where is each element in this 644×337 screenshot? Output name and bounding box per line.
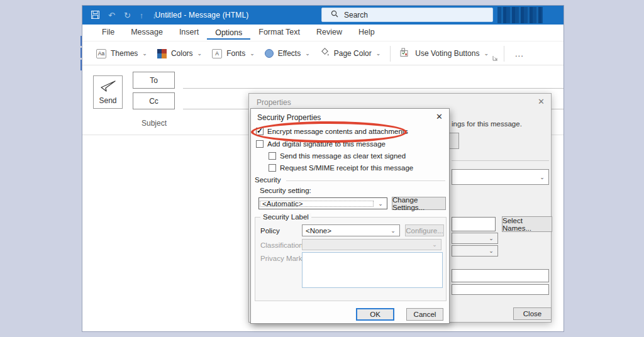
security-section-heading: Security <box>255 176 281 184</box>
fonts-button[interactable]: A Fonts ⌄ <box>207 46 260 62</box>
chevron-down-icon: ⌄ <box>305 51 310 57</box>
subject-label: Subject <box>142 119 167 128</box>
security-setting-combo[interactable]: <Automatic> ⌄ <box>258 197 387 209</box>
tab-help[interactable]: Help <box>350 25 383 40</box>
smime-receipt-checkbox[interactable] <box>269 164 276 172</box>
search-input[interactable]: Search <box>321 8 493 22</box>
more-commands-button[interactable]: ... <box>509 49 530 58</box>
ribbon: Aa Themes ⌄ Colors ⌄ A Fonts ⌄ Effects ⌄ <box>82 42 564 65</box>
security-settings-text: ings for this message. <box>452 120 522 128</box>
security-dialog-title: Security Properties <box>257 113 321 122</box>
security-label-heading: Security Label <box>260 213 311 221</box>
tab-message[interactable]: Message <box>123 25 171 40</box>
titlebar-controls-area <box>497 7 543 23</box>
fonts-label: Fonts <box>226 49 245 58</box>
title-bar: ↶ ↻ ↑ ↓ ⌄ Untitled - Message (HTML) Sear… <box>82 6 564 25</box>
page-color-button[interactable]: Page Color ⌄ <box>315 45 386 62</box>
properties-combo-1[interactable]: ⌄ <box>452 233 498 244</box>
chevron-down-icon: ⌄ <box>142 51 147 57</box>
send-label: Send <box>99 96 116 105</box>
search-placeholder: Search <box>344 11 368 19</box>
chevron-down-icon: ⌄ <box>376 51 381 57</box>
effects-label: Effects <box>278 49 301 58</box>
page-color-label: Page Color <box>334 49 372 58</box>
ribbon-separator <box>390 46 391 62</box>
clear-text-checkbox-row: Send this message as clear text signed <box>269 152 406 160</box>
properties-dialog-title: Properties <box>257 98 291 107</box>
chevron-down-icon: ⌄ <box>485 235 497 241</box>
smime-receipt-checkbox-row: Request S/MIME receipt for this message <box>269 164 413 172</box>
send-icon <box>100 80 116 94</box>
cc-button[interactable]: Cc <box>133 92 175 109</box>
security-settings-button-partial[interactable] <box>449 133 459 149</box>
change-settings-button[interactable]: Change Settings... <box>392 197 446 210</box>
contacts-field[interactable] <box>452 217 496 231</box>
clear-text-checkbox[interactable] <box>269 152 276 160</box>
security-properties-dialog: Security Properties ✕ ✓ Encrypt message … <box>250 108 450 324</box>
send-button[interactable]: Send <box>93 75 123 109</box>
select-names-button[interactable]: Select Names... <box>502 216 552 232</box>
colors-icon <box>157 49 167 58</box>
ribbon-tab-bar: File Message Insert Options Format Text … <box>82 25 564 41</box>
fonts-icon: A <box>212 49 222 58</box>
chevron-down-icon: ⌄ <box>536 174 548 180</box>
security-section-rule <box>286 180 445 181</box>
properties-separator <box>452 160 549 161</box>
privacy-mark-label: Privacy Mark: <box>260 255 304 262</box>
tab-review[interactable]: Review <box>308 25 350 40</box>
policy-value: <None> <box>303 227 387 235</box>
voting-buttons-icon <box>400 48 411 59</box>
tab-format-text[interactable]: Format Text <box>250 25 308 40</box>
effects-icon <box>265 49 274 58</box>
policy-combo[interactable]: <None> ⌄ <box>302 224 400 236</box>
use-voting-buttons-button[interactable]: Use Voting Buttons ⌄ <box>395 45 494 62</box>
highlight-ellipse <box>251 121 407 143</box>
colors-button[interactable]: Colors ⌄ <box>152 46 207 62</box>
properties-close-icon[interactable]: ✕ <box>538 97 545 106</box>
chevron-down-icon: ⌄ <box>387 228 399 234</box>
window-title: Untitled - Message (HTML) <box>82 11 321 19</box>
dialog-launcher-icon[interactable] <box>492 52 498 64</box>
security-setting-label: Security setting: <box>260 187 311 194</box>
tab-insert[interactable]: Insert <box>171 25 207 40</box>
security-label-group: Security Label Policy <None> ⌄ Configure… <box>255 217 447 301</box>
voting-label: Use Voting Buttons <box>415 49 479 58</box>
themes-button[interactable]: Aa Themes ⌄ <box>91 46 152 62</box>
themes-icon: Aa <box>96 49 106 58</box>
themes-label: Themes <box>111 49 138 58</box>
security-close-icon[interactable]: ✕ <box>436 112 443 121</box>
security-setting-value: <Automatic> <box>259 200 374 207</box>
to-field[interactable] <box>183 88 564 89</box>
chevron-down-icon: ⌄ <box>197 51 203 57</box>
effects-button[interactable]: Effects ⌄ <box>260 46 315 61</box>
ribbon-separator <box>504 46 504 62</box>
properties-text-field-2[interactable] <box>452 284 549 295</box>
clear-text-label: Send this message as clear text signed <box>280 152 406 160</box>
chevron-down-icon: ⌄ <box>374 201 387 207</box>
search-icon <box>331 10 338 19</box>
close-button[interactable]: Close <box>513 307 552 320</box>
ok-button[interactable]: OK <box>356 308 394 321</box>
colors-label: Colors <box>171 49 193 58</box>
chevron-down-icon: ⌄ <box>484 51 489 57</box>
page-background: ↶ ↻ ↑ ↓ ⌄ Untitled - Message (HTML) Sear… <box>0 0 644 337</box>
properties-text-field-1[interactable] <box>452 269 549 282</box>
configure-button[interactable]: Configure... <box>405 224 444 236</box>
cancel-button[interactable]: Cancel <box>406 308 443 321</box>
tab-file[interactable]: File <box>94 25 123 40</box>
tab-options[interactable]: Options <box>207 26 250 40</box>
policy-label: Policy <box>260 227 280 235</box>
page-color-icon <box>320 48 330 59</box>
chevron-down-icon: ⌄ <box>485 248 497 254</box>
to-button[interactable]: To <box>133 72 175 89</box>
chevron-down-icon: ⌄ <box>250 51 255 57</box>
classification-combo[interactable]: ⌄ <box>302 239 441 250</box>
chevron-down-icon: ⌄ <box>428 241 441 248</box>
tracking-combo[interactable]: ⌄ <box>452 169 549 185</box>
digital-signature-checkbox[interactable] <box>256 140 264 148</box>
classification-label: Classification <box>260 241 303 249</box>
privacy-mark-textarea[interactable] <box>302 252 443 288</box>
smime-receipt-label: Request S/MIME receipt for this message <box>280 164 413 172</box>
properties-combo-2[interactable]: ⌄ <box>452 245 498 257</box>
